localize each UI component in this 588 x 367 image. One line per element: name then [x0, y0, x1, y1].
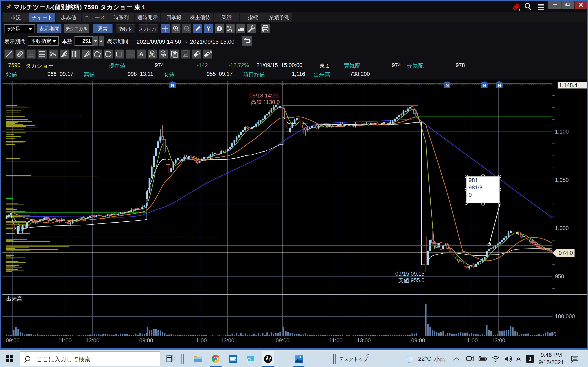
svg-text:安値 955.0: 安値 955.0 — [398, 277, 424, 284]
svg-text:1,100: 1,100 — [555, 129, 569, 135]
svg-text:13:00: 13:00 — [86, 337, 99, 343]
svg-text:11:00: 11:00 — [329, 337, 343, 343]
svg-text:高値 1130.0: 高値 1130.0 — [251, 99, 280, 105]
svg-text:1,000: 1,000 — [555, 225, 569, 231]
svg-text:09/13 14:55: 09/13 14:55 — [250, 92, 279, 99]
svg-text:981: 981 — [468, 177, 478, 183]
svg-text:950: 950 — [555, 273, 564, 280]
svg-text:11:00: 11:00 — [58, 337, 72, 343]
svg-text:MY: MY — [227, 25, 232, 29]
svg-text:N: N — [498, 83, 501, 88]
svg-text:N: N — [171, 83, 174, 88]
svg-text:09:00: 09:00 — [139, 337, 153, 343]
svg-text:A: A — [210, 50, 212, 53]
svg-text:0: 0 — [553, 331, 556, 337]
svg-text:出来高: 出来高 — [6, 296, 22, 302]
svg-text:1,148.4: 1,148.4 — [559, 82, 577, 88]
svg-text:1: 1 — [519, 8, 520, 11]
svg-text:0: 0 — [468, 192, 472, 198]
svg-text:09:00: 09:00 — [6, 337, 20, 343]
svg-text:A: A — [139, 51, 144, 58]
svg-text:ICON: ICON — [149, 55, 155, 58]
svg-text:09:00: 09:00 — [276, 337, 290, 343]
svg-text:09:00: 09:00 — [411, 337, 425, 343]
svg-text:100,000: 100,000 — [555, 313, 575, 319]
svg-text:981G: 981G — [468, 184, 483, 191]
svg-text:13:00: 13:00 — [357, 337, 371, 343]
svg-text:13:00: 13:00 — [221, 337, 234, 343]
svg-text:N: N — [483, 83, 486, 88]
svg-text:N: N — [445, 83, 449, 88]
svg-text:11:00: 11:00 — [464, 337, 478, 343]
svg-text:09/15 09:15: 09/15 09:15 — [395, 271, 424, 277]
svg-text:1,050: 1,050 — [555, 177, 569, 183]
svg-text:13:00: 13:00 — [492, 337, 505, 343]
svg-text:974.0: 974.0 — [559, 250, 573, 256]
svg-text:R: R — [267, 356, 268, 358]
svg-text:11:00: 11:00 — [193, 337, 207, 343]
svg-text:¥: ¥ — [207, 25, 210, 33]
svg-text:i: i — [219, 26, 220, 31]
